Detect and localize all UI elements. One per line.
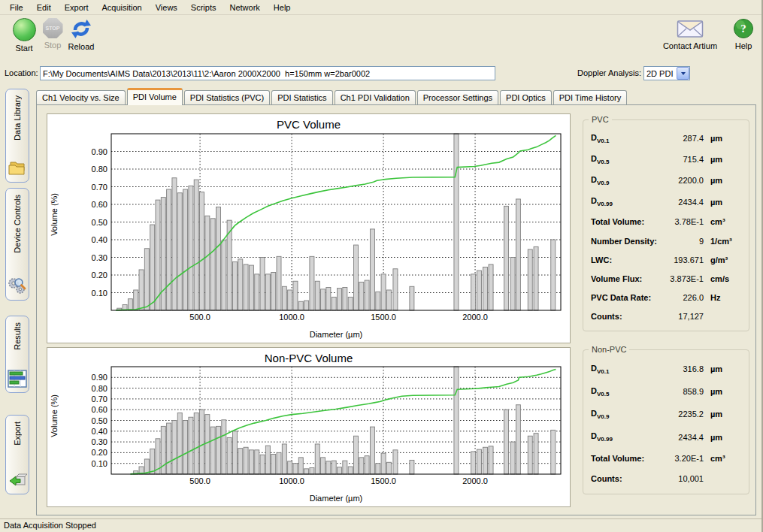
sidebar-item-results[interactable]: Results bbox=[5, 316, 29, 393]
tab-ch1-pdi-validation[interactable]: Ch1 PDI Validation bbox=[335, 90, 416, 104]
stat-row: Number Density:91/cm³ bbox=[583, 237, 749, 246]
stat-row: Counts:17,127 bbox=[583, 312, 749, 321]
tab-ch1-velocity-vs-size[interactable]: Ch1 Velocity vs. Size bbox=[36, 90, 126, 104]
pvc-chart-xlabel: Diameter (µm) bbox=[111, 330, 561, 339]
tab-pdi-volume[interactable]: PDI Volume bbox=[127, 88, 183, 105]
stat-row: DV0.992434.4µm bbox=[583, 196, 749, 207]
menu-item-help[interactable]: Help bbox=[267, 1, 298, 14]
svg-text:0.70: 0.70 bbox=[92, 183, 107, 192]
help-label: Help bbox=[735, 41, 752, 50]
nonpvc-chart-xlabel: Diameter (µm) bbox=[111, 494, 561, 503]
stat-label: DV0.99 bbox=[591, 196, 665, 207]
menu-item-views[interactable]: Views bbox=[149, 1, 184, 14]
doppler-analysis-label: Doppler Analysis: bbox=[566, 68, 641, 77]
stat-value: 316.8 bbox=[665, 364, 704, 373]
stat-unit: cm³ bbox=[704, 217, 725, 226]
tab-page-pdi-volume: PVC Volume Volume (%) 0.100.200.300.400.… bbox=[36, 104, 756, 515]
svg-text:0.80: 0.80 bbox=[92, 384, 107, 393]
stat-unit: µm bbox=[704, 198, 722, 207]
stat-row: DV0.92200.0µm bbox=[583, 175, 749, 186]
stat-row: DV0.992434.4µm bbox=[583, 431, 749, 443]
stat-label: DV0.5 bbox=[591, 386, 665, 397]
envelope-icon bbox=[677, 18, 704, 39]
sidebar-item-data-library[interactable]: Data Library bbox=[5, 89, 29, 183]
stat-row: Total Volume:3.20E-1cm³ bbox=[583, 454, 749, 463]
stat-row: Counts:10,001 bbox=[583, 474, 749, 483]
stat-label: DV0.5 bbox=[591, 154, 665, 165]
menu-item-export[interactable]: Export bbox=[58, 1, 95, 14]
reload-label: Reload bbox=[68, 42, 95, 51]
doppler-analysis-select[interactable]: 2D PDI bbox=[643, 66, 690, 80]
stat-unit: µm bbox=[704, 176, 722, 185]
doppler-analysis-value: 2D PDI bbox=[644, 69, 677, 78]
svg-text:0.50: 0.50 bbox=[92, 416, 107, 425]
stat-unit: cm³ bbox=[704, 454, 725, 463]
svg-text:0.30: 0.30 bbox=[92, 437, 107, 446]
svg-text:?: ? bbox=[740, 23, 746, 35]
sidebar-item-device-controls[interactable]: Device Controls bbox=[5, 188, 29, 301]
menu-item-file[interactable]: File bbox=[3, 1, 30, 14]
stat-value: 3.20E-1 bbox=[665, 454, 704, 463]
menu-item-acquisition[interactable]: Acquisition bbox=[95, 1, 149, 14]
stat-label: DV0.9 bbox=[591, 409, 665, 420]
svg-text:0.80: 0.80 bbox=[92, 165, 107, 174]
stat-unit: µm bbox=[704, 387, 722, 396]
tab-processor-settings[interactable]: Processor Settings bbox=[417, 90, 498, 104]
stat-label: DV0.9 bbox=[591, 175, 665, 186]
stat-row: DV0.92235.2µm bbox=[583, 409, 749, 420]
stat-value: 9 bbox=[665, 237, 704, 246]
folder-icon bbox=[8, 159, 27, 179]
stat-unit: µm bbox=[704, 433, 722, 442]
svg-text:1000.0: 1000.0 bbox=[279, 313, 304, 322]
svg-text:0.90: 0.90 bbox=[92, 147, 107, 156]
stat-label: Counts: bbox=[591, 312, 665, 321]
stat-label: LWC: bbox=[591, 255, 665, 264]
stat-label: Total Volume: bbox=[591, 454, 665, 463]
stat-label: DV0.99 bbox=[591, 431, 665, 443]
status-text: Data Acquisition Stopped bbox=[4, 521, 96, 530]
help-button[interactable]: ? Help bbox=[728, 18, 758, 50]
pvc-volume-chart-panel: PVC Volume Volume (%) 0.100.200.300.400.… bbox=[47, 113, 571, 343]
tab-pdi-statistics-pvc[interactable]: PDI Statistics (PVC) bbox=[184, 90, 270, 104]
stat-row: Total Volume:3.78E-1cm³ bbox=[583, 217, 749, 226]
menu-item-edit[interactable]: Edit bbox=[30, 1, 58, 14]
stat-row: LWC:193.671g/m³ bbox=[583, 255, 749, 264]
tab-pdi-statistics[interactable]: PDI Statistics bbox=[271, 90, 332, 104]
stat-row: DV0.1287.4µm bbox=[583, 133, 749, 144]
svg-text:0.30: 0.30 bbox=[92, 253, 107, 262]
sidebar: Data LibraryDevice ControlsResultsExport bbox=[0, 86, 35, 517]
contact-artium-button[interactable]: Contact Artium bbox=[660, 18, 720, 50]
stat-label: PVC Data Rate: bbox=[591, 293, 665, 302]
tab-pdi-optics[interactable]: PDI Optics bbox=[500, 90, 552, 104]
reload-button[interactable]: Reload bbox=[60, 18, 102, 51]
stop-label: Stop bbox=[44, 41, 62, 50]
stat-unit: 1/cm³ bbox=[704, 237, 732, 246]
svg-text:500.0: 500.0 bbox=[189, 476, 210, 485]
stat-value: 2434.4 bbox=[665, 433, 704, 442]
stat-row: DV0.5858.9µm bbox=[583, 386, 749, 397]
stat-row: DV0.5715.4µm bbox=[583, 154, 749, 165]
menubar: FileEditExportAcquisitionViewsScriptsNet… bbox=[0, 0, 761, 15]
stat-label: Total Volume: bbox=[591, 217, 665, 226]
sidebar-item-export[interactable]: Export bbox=[5, 415, 29, 494]
chevron-down-icon[interactable] bbox=[677, 67, 689, 80]
svg-text:0.60: 0.60 bbox=[92, 405, 107, 414]
svg-text:0.60: 0.60 bbox=[92, 200, 107, 209]
tab-pdi-time-history[interactable]: PDI Time History bbox=[553, 90, 628, 104]
pvc-stats-title: PVC bbox=[589, 115, 612, 124]
sidebar-item-label: Device Controls bbox=[13, 195, 22, 253]
statusbar: Data Acquisition Stopped bbox=[0, 518, 761, 532]
stat-label: Volume Flux: bbox=[591, 274, 665, 283]
stat-value: 10,001 bbox=[665, 474, 704, 483]
menu-item-network[interactable]: Network bbox=[223, 1, 266, 14]
svg-text:500.0: 500.0 bbox=[189, 313, 210, 322]
stat-label: DV0.1 bbox=[591, 133, 665, 144]
location-input[interactable] bbox=[40, 66, 495, 80]
application-window: FileEditExportAcquisitionViewsScriptsNet… bbox=[0, 0, 763, 532]
reload-icon bbox=[70, 18, 92, 40]
stat-row: DV0.1316.8µm bbox=[583, 364, 749, 375]
gears-icon bbox=[8, 276, 27, 297]
stat-unit: Hz bbox=[704, 293, 720, 302]
stat-value: 226.0 bbox=[665, 293, 704, 302]
menu-item-scripts[interactable]: Scripts bbox=[184, 1, 223, 14]
